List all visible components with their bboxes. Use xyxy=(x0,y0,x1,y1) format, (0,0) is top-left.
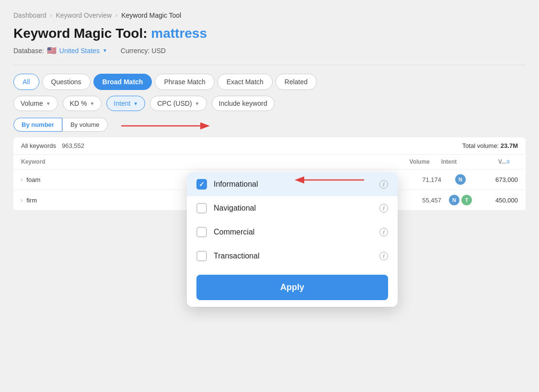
checkbox-commercial[interactable] xyxy=(196,227,207,237)
apply-btn-container: Apply xyxy=(187,268,398,307)
total-volume-label: Total volume: xyxy=(462,142,499,149)
check-mark: ✓ xyxy=(199,181,205,188)
currency-label: Currency: USD xyxy=(121,47,166,55)
dropdown-label-commercial: Commercial xyxy=(214,228,373,236)
table-header-left: All keywords 963,552 xyxy=(21,142,84,149)
row-number: 55,457 xyxy=(398,197,441,204)
tab-broad-match[interactable]: Broad Match xyxy=(93,74,152,90)
dropdown-label-informational: Informational xyxy=(214,180,373,189)
tab-questions[interactable]: Questions xyxy=(42,74,91,90)
filter-include-keyword[interactable]: Include keyword xyxy=(212,96,275,111)
filter-volume[interactable]: Volume ▼ xyxy=(13,96,58,111)
database-label: Database: xyxy=(13,47,44,55)
sub-filter-group: By number By volume xyxy=(13,118,108,132)
row-expand-icon[interactable]: › xyxy=(21,198,23,203)
table-header-row: All keywords 963,552 Total volume: 23.7M xyxy=(13,137,526,155)
checkbox-transactional[interactable] xyxy=(196,251,207,261)
breadcrumb-sep-2: › xyxy=(115,12,117,19)
dropdown-item-informational[interactable]: ✓ Informational i xyxy=(187,172,398,196)
database-row: Database: 🇺🇸 United States ▼ Currency: U… xyxy=(13,46,526,55)
total-volume-value: 23.7M xyxy=(501,142,518,149)
filter-row: Volume ▼ KD % ▼ Intent ▼ CPC (USD) ▼ Inc… xyxy=(13,96,526,111)
divider xyxy=(13,65,526,65)
dropdown-item-commercial[interactable]: Commercial i xyxy=(187,220,398,244)
sub-filter-row: By number By volume xyxy=(13,118,526,132)
filter-cpc[interactable]: CPC (USD) ▼ xyxy=(150,96,206,111)
apply-button[interactable]: Apply xyxy=(196,275,388,300)
row-intent-badge: N T xyxy=(441,195,480,205)
page-wrapper: Dashboard › Keyword Overview › Keyword M… xyxy=(0,0,539,392)
tab-row: All Questions Broad Match Phrase Match E… xyxy=(13,74,526,90)
tab-phrase-match[interactable]: Phrase Match xyxy=(155,74,214,90)
dropdown-item-navigational[interactable]: Navigational i xyxy=(187,196,398,220)
chevron-down-icon: ▼ xyxy=(133,101,138,106)
row-intent-badge: N xyxy=(441,174,480,185)
all-keywords-count: 963,552 xyxy=(62,142,84,149)
sub-filter-by-volume[interactable]: By volume xyxy=(62,118,108,132)
row-vol-val: 450,000 xyxy=(480,197,518,204)
page-title-prefix: Keyword Magic Tool: xyxy=(13,26,148,41)
checkbox-navigational[interactable] xyxy=(196,203,207,213)
col-header-v: V... xyxy=(468,158,506,165)
tab-exact-match[interactable]: Exact Match xyxy=(218,74,273,90)
dropdown-label-transactional: Transactional xyxy=(214,252,373,260)
flag-icon: 🇺🇸 xyxy=(47,46,57,55)
all-keywords-label: All keywords xyxy=(21,142,56,149)
checkbox-informational[interactable]: ✓ xyxy=(196,179,207,190)
info-icon[interactable]: i xyxy=(379,228,388,236)
badge-n: N xyxy=(449,195,459,205)
sort-icon[interactable]: ≡ xyxy=(506,158,518,165)
breadcrumb-current: Keyword Magic Tool xyxy=(121,11,181,19)
info-icon[interactable]: i xyxy=(379,252,388,260)
tab-all[interactable]: All xyxy=(13,74,39,90)
col-header-kw: Keyword xyxy=(21,158,387,165)
breadcrumb-keyword-overview[interactable]: Keyword Overview xyxy=(56,11,112,19)
table-header-right: Total volume: 23.7M xyxy=(462,142,518,149)
database-selector[interactable]: Database: 🇺🇸 United States ▼ xyxy=(13,46,107,55)
dropdown-item-transactional[interactable]: Transactional i xyxy=(187,244,398,268)
dropdown-label-navigational: Navigational xyxy=(214,204,373,213)
chevron-down-icon: ▼ xyxy=(195,101,200,106)
row-vol-val: 673,000 xyxy=(480,176,518,183)
info-icon[interactable]: i xyxy=(379,180,388,189)
col-header-vol: Volume xyxy=(387,158,430,165)
arrow-annotation-subfiler xyxy=(119,119,215,133)
sub-filter-by-number[interactable]: By number xyxy=(13,118,62,132)
badge-n: N xyxy=(455,174,466,185)
table-col-headers: Keyword Volume Intent V... ≡ xyxy=(13,155,526,169)
page-title: Keyword Magic Tool: mattress xyxy=(13,26,526,41)
database-country[interactable]: United States xyxy=(59,47,100,55)
badge-t: T xyxy=(461,195,472,205)
row-expand-icon[interactable]: › xyxy=(21,177,23,182)
filter-intent[interactable]: Intent ▼ xyxy=(106,96,145,111)
row-number: 71,174 xyxy=(398,176,441,183)
filter-kd[interactable]: KD % ▼ xyxy=(63,96,102,111)
breadcrumb-dashboard[interactable]: Dashboard xyxy=(13,11,46,19)
chevron-down-icon: ▼ xyxy=(46,101,51,106)
chevron-down-icon: ▼ xyxy=(90,101,94,106)
breadcrumb: Dashboard › Keyword Overview › Keyword M… xyxy=(13,11,526,19)
breadcrumb-sep-1: › xyxy=(50,12,52,19)
tab-related[interactable]: Related xyxy=(275,74,317,90)
intent-dropdown: ✓ Informational i Navigational i Commerc… xyxy=(187,172,398,307)
page-title-keyword: mattress xyxy=(151,26,207,41)
col-header-intent: Intent xyxy=(430,158,468,165)
chevron-down-icon: ▼ xyxy=(103,48,107,53)
info-icon[interactable]: i xyxy=(379,204,388,213)
